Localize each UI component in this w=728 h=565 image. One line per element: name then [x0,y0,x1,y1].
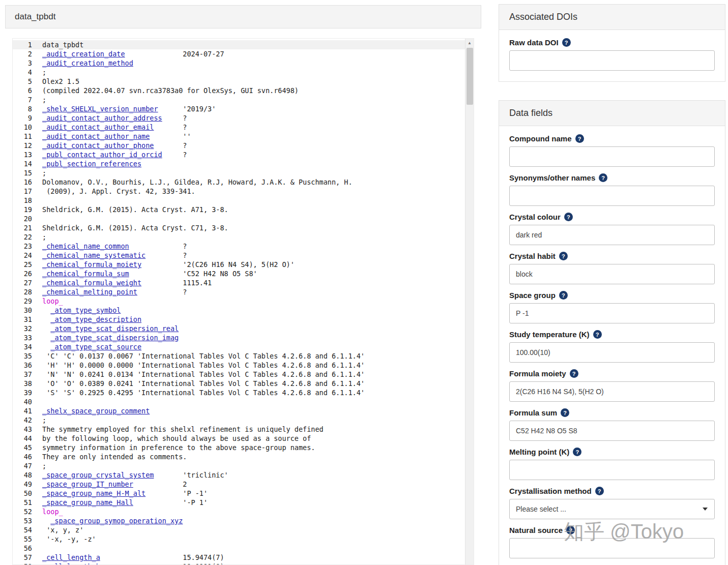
code-line: 17 (2009), J. Appl. Cryst. 42, 339-341. [13,187,465,196]
code-line: 3_audit_creation_method [13,58,465,68]
cif-text: '' [150,132,191,140]
field-label-text: Crystal colour [509,213,561,221]
crystallisation-method-label: Crystallisation method? [509,487,715,495]
code-line: 58_cell_length_b 19.0991(8) [13,562,465,564]
cif-key: _publ_contact_author_id_orcid [42,151,162,159]
code-line: 43The symmetry employed for this shelxl … [13,425,465,434]
line-number: 29 [13,296,42,306]
help-icon[interactable]: ? [570,369,578,378]
space-group-input[interactable] [509,303,715,323]
study-temperature-k-label: Study temperature (K)? [509,330,715,339]
code-line: 14_publ_section_references [13,159,465,168]
line-number: 21 [13,223,42,232]
field-label-text: Formula moiety [509,369,566,378]
cif-text: '-P 1' [133,498,208,507]
code-line: 30 _atom_type_symbol [13,306,465,315]
code-line: 9_audit_contact_author_address ? [13,113,465,123]
line-number: 42 [13,415,42,425]
crystal-colour-input[interactable] [509,225,715,245]
formula-sum-input[interactable] [509,421,715,441]
line-number: 24 [13,251,42,260]
help-icon[interactable]: ? [575,134,584,143]
line-number: 51 [13,498,42,507]
editor-scrollbar[interactable]: ▲ [465,39,474,564]
code-area[interactable]: 1data_tpbdt2_audit_creation_date 2024-07… [13,39,465,564]
cif-editor[interactable]: 1data_tpbdt2_audit_creation_date 2024-07… [12,38,474,565]
code-line: 35 'C' 'C' 0.0137 0.0067 'International … [13,351,465,361]
cif-text: Dolomanov, O.V., Bourhis, L.J., Gildea, … [42,178,353,186]
cif-text: 15.9474(7) [100,553,224,561]
scrollbar-thumb[interactable] [467,48,473,105]
code-line: 28_chemical_melting_point ? [13,287,465,296]
crystal-habit-input[interactable] [509,264,715,284]
cif-text: '2(C26 H16 N4 S4), 5(H2 O)' [141,260,295,269]
field-label-text: Melting point (K) [509,448,569,456]
line-number: 7 [13,95,42,104]
associated-dois-card: Associated DOIs Raw data DOI? [499,4,725,82]
metadata-panel: Associated DOIs Raw data DOI? Data field… [499,4,725,565]
help-icon[interactable]: ? [599,173,607,182]
line-number: 52 [13,507,42,516]
cif-text: Sheldrick, G.M. (2015). Acta Cryst. A71,… [42,205,228,214]
code-line: 53 _space_group_symop_operation_xyz [13,516,465,525]
space-group-field: Space group? [509,291,715,323]
cif-text: ? [154,141,187,150]
code-line: 24_chemical_name_systematic ? [13,251,465,260]
help-icon[interactable]: ? [559,291,568,300]
help-icon[interactable]: ? [562,38,571,47]
code-line: 46They are only intended as comments. [13,452,465,461]
code-line: 16Dolomanov, O.V., Bourhis, L.J., Gildea… [13,177,465,187]
formula-moiety-input[interactable] [509,381,715,402]
field-label-text: Raw data DOI [509,38,559,47]
code-line: 52loop_ [13,507,465,516]
natural-source-label: Natural source? [509,526,715,534]
code-line: 51_space_group_name_Hall '-P 1' [13,498,465,507]
crystallisation-method-select[interactable]: Please select ... [509,499,715,519]
melting-point-k-input[interactable] [509,460,715,480]
line-number: 11 [13,132,42,141]
help-icon[interactable]: ? [593,330,602,339]
melting-point-k-label: Melting point (K)? [509,448,715,456]
help-icon[interactable]: ? [566,526,575,534]
help-icon[interactable]: ? [561,408,569,417]
help-icon[interactable]: ? [573,448,581,456]
cif-key: _atom_type_scat_dispersion_real [50,324,179,333]
formula-moiety-field: Formula moiety? [509,369,715,402]
code-line: 11_audit_contact_author_name '' [13,132,465,141]
code-line: 15; [13,168,465,177]
code-line: 26_chemical_formula_sum 'C52 H42 N8 O5 S… [13,269,465,278]
code-line: 50_space_group_name_H-M_alt 'P -1' [13,489,465,498]
scrollbar-up-icon[interactable]: ▲ [465,39,474,47]
line-number: 39 [13,388,42,397]
cif-text: ? [154,123,187,131]
line-number: 3 [13,58,42,68]
help-icon[interactable]: ? [564,213,573,221]
help-icon[interactable]: ? [595,487,604,495]
compound-name-input[interactable] [509,146,715,167]
cif-text: 'O' 'O' 0.0389 0.0241 'International Tab… [42,379,365,388]
cif-text: 'C52 H42 N8 O5 S8' [129,270,257,278]
line-number: 1 [13,40,42,49]
raw-data-doi-field: Raw data DOI? [509,38,715,71]
cif-file-panel: data_tpbdt 1data_tpbdt2_audit_creation_d… [5,5,481,565]
cif-loop-keyword: loop_ [42,297,63,305]
natural-source-input[interactable] [509,538,715,558]
line-number: 54 [13,525,42,534]
cif-key: _audit_creation_date [42,50,125,58]
study-temperature-k-input[interactable] [509,342,715,363]
raw-data-doi-input[interactable] [509,50,715,71]
cif-key: _shelx_SHELXL_version_number [42,105,158,113]
code-line: 55 '-x, -y, -z' [13,534,465,544]
synonyms-other-names-input[interactable] [509,186,715,206]
line-number: 9 [13,113,42,123]
help-icon[interactable]: ? [559,252,568,260]
cif-text: ? [162,114,187,122]
cif-text [42,334,50,342]
cif-text: ? [129,242,187,250]
code-line: 29loop_ [13,296,465,306]
cif-key: _cell_length_b [42,562,100,564]
field-label-text: Compound name [509,134,572,143]
cif-key: _audit_contact_author_phone [42,141,154,150]
cif-text: ? [162,151,187,159]
line-number: 58 [13,562,42,564]
